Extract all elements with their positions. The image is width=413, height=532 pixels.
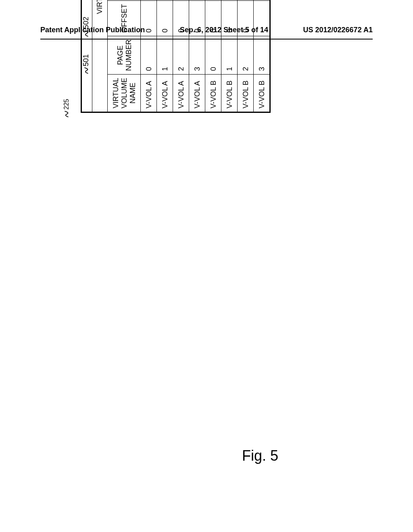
table-row: V-VOL A2010L-VOL A290NO511 <box>173 0 189 112</box>
table-cell: V-VOL B <box>254 74 270 112</box>
col-ref-501: 501 <box>82 54 90 66</box>
table-cell: V-VOL A <box>173 74 189 112</box>
table-cell: 3 <box>189 36 205 74</box>
col-ref-502: 502 <box>82 17 90 29</box>
table-cell: 10 <box>238 0 254 0</box>
table-cell: 10 <box>157 0 173 0</box>
table-cell: 3 <box>254 36 270 74</box>
table-cell: V-VOL B <box>205 74 221 112</box>
figure-caption: Fig. 5 <box>242 447 278 464</box>
table-cell: 0 <box>205 36 221 74</box>
table-cell: 2 <box>173 36 189 74</box>
table-cell: 0 <box>173 0 189 36</box>
table-row: V-VOL A3010L-VOL A330NO512 <box>189 0 205 112</box>
table-cell: 10 <box>205 0 221 0</box>
col-virtual-volume-name: VIRTUAL VOLUME NAME <box>108 74 141 112</box>
table-cell: V-VOL A <box>141 74 157 112</box>
table-title: VIRTUAL VOLUME INFORMATION <box>92 0 108 112</box>
table-cell: - <box>254 0 270 36</box>
table-cell: 0 <box>141 0 157 36</box>
column-ref-row: 501 502 503 504 505 506 507 508 <box>81 0 92 112</box>
table-cell: 10 <box>221 0 238 0</box>
table-row: V-VOL A0010L-VOL A60NO509 <box>141 0 157 112</box>
virtual-volume-table: 501 502 503 504 505 506 507 508 <box>81 0 271 113</box>
table-row: V-VOL B0010L-VOL A420NO513 <box>205 0 221 112</box>
table-cell: 0 <box>157 0 173 36</box>
table-cell: 10 <box>173 0 189 0</box>
column-headers: VIRTUAL VOLUME NAME PAGE NUMBER OFFSET L… <box>108 0 141 112</box>
table-cell: 10 <box>189 0 205 0</box>
table-cell: 1 <box>221 36 238 74</box>
table-cell: 0 <box>141 36 157 74</box>
col-offset: OFFSET <box>108 0 141 36</box>
col-length: LENGTH <box>108 0 141 0</box>
table-cell: 0 <box>238 0 254 36</box>
table-row: V-VOL B3-----NO516 <box>254 0 270 112</box>
table-cell: - <box>254 0 270 0</box>
header-right: US 2012/0226672 A1 <box>303 26 373 34</box>
table-cell: V-VOL B <box>221 74 238 112</box>
table-cell: 0 <box>205 0 221 36</box>
col-page-number: PAGE NUMBER <box>108 36 141 74</box>
table-cell: 2 <box>238 36 254 74</box>
table-row: V-VOL B2010L-VOL A670NO515 <box>238 0 254 112</box>
table-cell: V-VOL A <box>189 74 205 112</box>
table-cell: 1 <box>157 36 173 74</box>
table-cell: 0 <box>221 0 238 36</box>
table-cell: V-VOL A <box>157 74 173 112</box>
table-reference-225: 225 <box>62 99 70 118</box>
table-cell: V-VOL B <box>238 74 254 112</box>
table-row: V-VOL A1010L-VOL A150NO510 <box>157 0 173 112</box>
table-cell: 0 <box>189 0 205 36</box>
table-row: V-VOL B1010L-VOL A550NO514 <box>221 0 238 112</box>
virtual-volume-table-figure: 501 502 503 504 505 506 507 508 <box>81 0 271 113</box>
table-cell: 10 <box>141 0 157 0</box>
